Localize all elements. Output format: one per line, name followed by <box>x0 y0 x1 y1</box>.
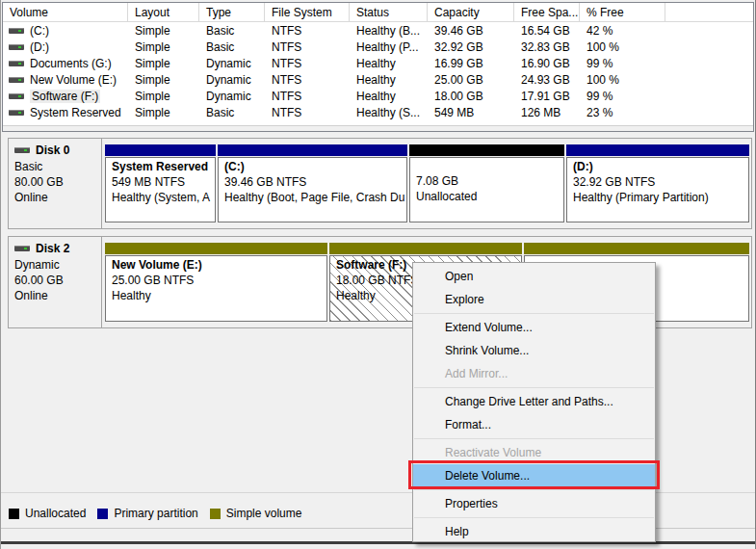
partition-title: System Reserved <box>112 159 213 174</box>
column-header-free-space[interactable]: Free Spa... <box>514 3 580 21</box>
volume-row-new-volume-e[interactable]: New Volume (E:) Simple Dynamic NTFS Heal… <box>3 71 753 88</box>
partition-title: (D:) <box>573 159 746 174</box>
disk-2-label-panel[interactable]: Disk 2 Dynamic 60.00 GB Online <box>9 237 102 327</box>
disk-0-partition-strip: System Reserved 549 MB NTFS Healthy (Sys… <box>102 139 751 228</box>
volume-list-pane: Volume Layout Type File System Status Ca… <box>2 2 754 132</box>
volume-row-software-f[interactable]: Software (F:) Simple Dynamic NTFS Health… <box>3 88 753 104</box>
volume-row-system-reserved[interactable]: System Reserved Simple Basic NTFS Health… <box>3 104 753 120</box>
volume-row-c[interactable]: (C:) Simple Basic NTFS Healthy (B... 39.… <box>3 22 753 39</box>
menu-item-shrink-volume[interactable]: Shrink Volume... <box>413 339 655 362</box>
volume-pct-free: 99 % <box>580 90 665 103</box>
partition-color-bar <box>524 243 749 254</box>
volume-pct-free: 100 % <box>580 40 665 54</box>
menu-item-explore[interactable]: Explore <box>413 288 655 311</box>
menu-item-change-drive-letter[interactable]: Change Drive Letter and Paths... <box>413 390 655 413</box>
partition-d[interactable]: (D:) 32.92 GB NTFS Healthy (Primary Part… <box>566 144 749 222</box>
partition-size-line: 25.00 GB NTFS <box>112 273 325 288</box>
volume-status: Healthy (S... <box>350 106 428 119</box>
menu-item-properties[interactable]: Properties <box>413 492 655 515</box>
column-header-type[interactable]: Type <box>199 3 265 21</box>
partition-size-line: 549 MB NTFS <box>112 174 213 190</box>
disk-kind: Dynamic <box>14 257 97 273</box>
volume-name: (C:) <box>30 24 49 38</box>
column-header-layout[interactable]: Layout <box>128 3 199 21</box>
legend-unallocated: Unallocated <box>9 507 86 520</box>
primary-partition-swatch-icon <box>97 509 108 519</box>
column-header-status[interactable]: Status <box>350 3 428 21</box>
column-header-volume[interactable]: Volume <box>3 3 128 21</box>
menu-item-reactivate-volume: Reactivate Volume <box>413 441 655 464</box>
disk-state: Online <box>14 288 97 303</box>
partition-system-reserved[interactable]: System Reserved 549 MB NTFS Healthy (Sys… <box>105 144 216 222</box>
menu-item-format[interactable]: Format... <box>413 413 655 436</box>
menu-item-extend-volume[interactable]: Extend Volume... <box>413 316 655 339</box>
volume-row-d[interactable]: (D:) Simple Basic NTFS Healthy (P... 32.… <box>3 39 753 55</box>
menu-item-delete-volume[interactable]: Delete Volume... <box>413 464 655 487</box>
volume-name: System Reserved <box>30 106 121 119</box>
disk-0-label-panel[interactable]: Disk 0 Basic 80.00 GB Online <box>9 139 102 228</box>
partition-new-volume-e[interactable]: New Volume (E:) 25.00 GB NTFS Healthy <box>105 243 327 322</box>
column-header-capacity[interactable]: Capacity <box>428 3 514 21</box>
disk-size: 60.00 GB <box>14 273 97 288</box>
volume-free: 32.83 GB <box>514 40 580 54</box>
partition-color-bar <box>105 144 216 156</box>
volume-drive-icon <box>9 108 25 118</box>
disk-name: Disk 0 <box>36 144 69 157</box>
volume-layout: Simple <box>128 40 199 54</box>
volume-type: Basic <box>199 40 265 54</box>
partition-status-line: Healthy (Boot, Page File, Crash Du <box>224 190 404 205</box>
volume-status: Healthy <box>350 90 428 103</box>
partition-color-bar <box>218 144 407 156</box>
menu-separator <box>414 438 654 439</box>
legend-simple-volume: Simple volume <box>210 507 302 520</box>
volume-capacity: 16.99 GB <box>428 57 514 70</box>
volume-free: 17.91 GB <box>514 90 580 103</box>
column-header-pct-free[interactable]: % Free <box>580 3 665 21</box>
volume-name: Documents (G:) <box>30 57 112 70</box>
volume-layout: Simple <box>128 73 199 87</box>
volume-free: 126 MB <box>514 106 580 119</box>
horizontal-scrollbar-track[interactable] <box>3 125 753 131</box>
partition-size-line: 39.46 GB NTFS <box>224 174 404 190</box>
volume-layout: Simple <box>128 90 199 103</box>
volume-free: 24.93 GB <box>514 73 580 87</box>
partition-status-line: Healthy <box>112 288 325 303</box>
volume-pct-free: 99 % <box>580 57 665 70</box>
partition-title: New Volume (E:) <box>112 257 325 273</box>
volume-type: Dynamic <box>199 57 265 70</box>
menu-item-open[interactable]: Open <box>413 265 655 288</box>
partition-color-bar <box>409 144 564 156</box>
volume-free: 16.90 GB <box>514 57 580 70</box>
column-header-filler <box>665 3 753 21</box>
volume-status: Healthy (P... <box>350 40 428 54</box>
volume-status: Healthy <box>350 73 428 87</box>
volume-capacity: 25.00 GB <box>428 73 514 87</box>
volume-name: (D:) <box>30 40 49 54</box>
volume-name: New Volume (E:) <box>30 73 117 87</box>
volume-fs: NTFS <box>265 40 350 54</box>
volume-free: 16.54 GB <box>514 24 580 38</box>
volume-capacity: 39.46 GB <box>428 24 514 38</box>
partition-status-line: Healthy (Primary Partition) <box>573 190 746 205</box>
partition-title: (C:) <box>224 159 404 174</box>
disk-kind: Basic <box>14 159 97 174</box>
volume-drive-icon <box>9 26 25 36</box>
partition-unallocated[interactable]: 7.08 GB Unallocated <box>409 144 564 222</box>
simple-volume-swatch-icon <box>210 509 221 519</box>
volume-drive-icon <box>9 42 25 52</box>
menu-separator <box>414 313 654 314</box>
volume-status: Healthy (B... <box>350 24 428 38</box>
disk-size: 80.00 GB <box>14 174 97 190</box>
column-header-file-system[interactable]: File System <box>265 3 350 21</box>
partition-color-bar <box>566 144 749 156</box>
disk-management-window: Volume Layout Type File System Status Ca… <box>0 0 756 549</box>
volume-row-documents-g[interactable]: Documents (G:) Simple Dynamic NTFS Healt… <box>3 55 753 71</box>
partition-c[interactable]: (C:) 39.46 GB NTFS Healthy (Boot, Page F… <box>218 144 407 222</box>
volume-list-header: Volume Layout Type File System Status Ca… <box>3 3 753 22</box>
volume-type: Basic <box>199 24 265 38</box>
disk-icon <box>14 145 31 155</box>
menu-item-help[interactable]: Help <box>413 520 655 543</box>
volume-layout: Simple <box>128 57 199 70</box>
volume-type: Dynamic <box>199 90 265 103</box>
menu-separator <box>414 387 654 388</box>
